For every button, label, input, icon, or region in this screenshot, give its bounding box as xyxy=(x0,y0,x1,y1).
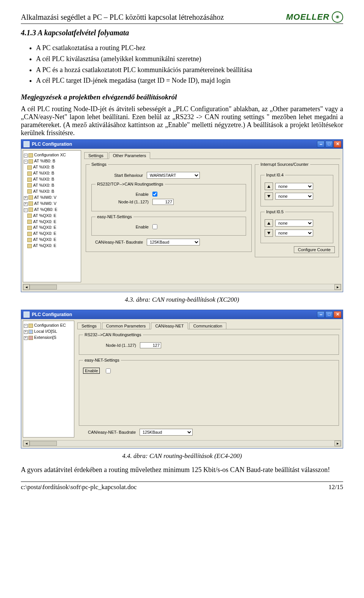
tab-other-parameters[interactable]: Other Parameters xyxy=(109,152,150,159)
tree-collapse-icon[interactable]: − xyxy=(24,154,28,157)
window-titlebar[interactable]: PLC Configuration ‒ □ ✕ xyxy=(21,140,343,149)
tree-item[interactable]: AT %QX0: E xyxy=(33,213,56,218)
interrupt-group: Interrupt Sources/Counter Input I0.4 non… xyxy=(255,162,339,257)
tree-scrollbar[interactable]: ◂ ▸ xyxy=(23,284,341,290)
leaf-icon xyxy=(27,244,32,248)
tree-item[interactable]: AT %IX0: B xyxy=(33,165,54,169)
tree-item[interactable]: AT %IX0: B xyxy=(33,171,54,175)
header-title: Alkalmazási segédlet a PC – PLC közötti … xyxy=(21,13,224,22)
edge-up-icon[interactable] xyxy=(265,183,273,190)
tree-item[interactable]: AT %QX0: E xyxy=(33,243,56,248)
tree-item[interactable]: AT %QB0: E xyxy=(34,207,57,212)
baudrate-select[interactable]: 125KBaud xyxy=(140,429,193,436)
window-icon xyxy=(24,141,30,147)
leaf-icon xyxy=(27,172,32,176)
minimize-button[interactable]: ‒ xyxy=(317,311,325,318)
paragraph: A gyors adatátvitel érdekében a routing … xyxy=(21,466,343,474)
config-tree[interactable]: −Configuration XC −AT %IB0: B AT %IX0: B… xyxy=(23,150,81,282)
brand-text: MOELLER xyxy=(286,12,329,22)
nodeid-input[interactable] xyxy=(152,199,174,205)
input05-down-select[interactable]: none xyxy=(275,230,313,236)
close-button[interactable]: ✕ xyxy=(334,141,341,148)
list-item: A cél PLC kiválasztása (amelyikkel kommu… xyxy=(36,54,343,65)
input05-up-select[interactable]: none xyxy=(275,220,313,227)
tree-item[interactable]: AT %IX0: B xyxy=(33,177,54,181)
edge-down-icon[interactable] xyxy=(265,192,273,200)
edge-up-icon[interactable] xyxy=(265,219,273,227)
config-tree[interactable]: −Configuration EC +Local I/O[SL +Extensi… xyxy=(23,321,74,437)
tab-common-parameters[interactable]: Common Parameters xyxy=(102,323,150,329)
leaf-icon xyxy=(27,214,32,218)
scroll-left-button[interactable]: ◂ xyxy=(23,441,30,446)
start-behaviour-label: Start Behaviour xyxy=(90,173,143,178)
enable-checkbox[interactable] xyxy=(152,192,157,197)
leaf-icon xyxy=(27,178,32,182)
leaf-icon xyxy=(27,226,32,230)
tree-item[interactable]: AT %IW0: V xyxy=(34,201,56,206)
figure-caption: 4.4. ábra: CAN routing-beállítások (EC4-… xyxy=(21,452,343,460)
list-item: A PC és a hozzá csatlakoztatott PLC komm… xyxy=(36,65,343,76)
tab-strip: Settings Common Parameters CAN/easy-NET … xyxy=(77,322,340,329)
group-legend: Settings xyxy=(90,162,108,167)
input05-group: Input I0.5 none none xyxy=(260,209,333,243)
scroll-left-button[interactable]: ◂ xyxy=(23,284,30,290)
leaf-icon xyxy=(27,232,32,236)
tree-item[interactable]: Extension[S xyxy=(34,335,56,340)
window-titlebar[interactable]: PLC Configuration ‒ □ ✕ xyxy=(21,310,343,319)
leaf-icon xyxy=(27,189,32,194)
tab-can-easy-net[interactable]: CAN/easy-NET xyxy=(151,323,188,329)
input04-up-select[interactable]: none xyxy=(275,183,313,190)
tree-expand-icon[interactable]: − xyxy=(24,208,28,212)
start-behaviour-select[interactable]: WARMSTART xyxy=(147,172,200,179)
edge-down-icon[interactable] xyxy=(265,229,273,237)
tree-item[interactable]: AT %QX0: E xyxy=(33,231,56,236)
scroll-thumb[interactable] xyxy=(30,441,57,446)
tree-expand-icon[interactable]: + xyxy=(24,330,28,334)
tab-communication[interactable]: Communication xyxy=(189,323,226,329)
tree-expand-icon[interactable]: + xyxy=(24,336,28,340)
leaf-icon xyxy=(27,220,32,224)
baudrate-label: CAN/easy-NET- Baudrate xyxy=(83,430,136,434)
group-legend: RS232/TCP-->CAN Routingsettings xyxy=(96,182,165,186)
group-legend: RS232-->CAN Routingsettings xyxy=(83,332,143,337)
leaf-icon xyxy=(27,238,32,242)
tab-settings[interactable]: Settings xyxy=(77,323,101,329)
page-header: Alkalmazási segédlet a PC – PLC közötti … xyxy=(21,11,343,24)
minimize-button[interactable]: ‒ xyxy=(317,141,325,148)
close-button[interactable]: ✕ xyxy=(334,311,341,318)
baudrate-select[interactable]: 125KBaud xyxy=(147,239,200,245)
scroll-thumb[interactable] xyxy=(30,285,57,290)
tree-item[interactable]: AT %QX0: E xyxy=(33,219,56,224)
easy-enable-checkbox[interactable] xyxy=(152,224,157,229)
scroll-right-button[interactable]: ▸ xyxy=(334,284,341,290)
folder-icon xyxy=(28,201,33,206)
tab-settings[interactable]: Settings xyxy=(84,152,108,159)
baudrate-label: CAN/easy-NET- Baudrate xyxy=(90,240,143,244)
tree-item[interactable]: AT %QX0: E xyxy=(33,237,56,242)
nodeid-input[interactable] xyxy=(140,342,161,348)
maximize-button[interactable]: □ xyxy=(325,311,333,318)
maximize-button[interactable]: □ xyxy=(325,141,333,148)
tree-item[interactable]: AT %IB0: B xyxy=(34,159,55,163)
nodeid-label: Node-Id (1..127) xyxy=(83,343,136,348)
scroll-right-button[interactable]: ▸ xyxy=(334,441,341,446)
tree-collapse-icon[interactable]: − xyxy=(24,324,28,328)
tree-item[interactable]: Local I/O[SL xyxy=(34,329,57,334)
nodeid-label: Node-Id (1..127) xyxy=(96,200,149,204)
group-legend: Input I0.5 xyxy=(265,209,285,214)
module-icon xyxy=(28,330,33,334)
tree-item[interactable]: AT %IW0: V xyxy=(34,195,56,200)
window-icon xyxy=(24,312,30,318)
tree-item[interactable]: AT %IX0: B xyxy=(33,189,54,194)
folder-icon xyxy=(28,153,33,157)
tree-expand-icon[interactable]: − xyxy=(24,160,28,164)
tree-expand-icon[interactable]: + xyxy=(24,196,28,200)
tree-item[interactable]: AT %QX0: E xyxy=(33,225,56,230)
tree-item[interactable]: AT %IX0: B xyxy=(33,183,54,187)
configure-counter-button[interactable]: Configure Counte xyxy=(294,246,335,253)
input04-down-select[interactable]: none xyxy=(275,193,313,200)
tree-expand-icon[interactable]: + xyxy=(24,202,28,206)
easy-enable-checkbox[interactable] xyxy=(106,368,111,373)
folder-icon xyxy=(28,324,33,328)
tree-scrollbar[interactable]: ◂ ▸ xyxy=(23,440,341,447)
